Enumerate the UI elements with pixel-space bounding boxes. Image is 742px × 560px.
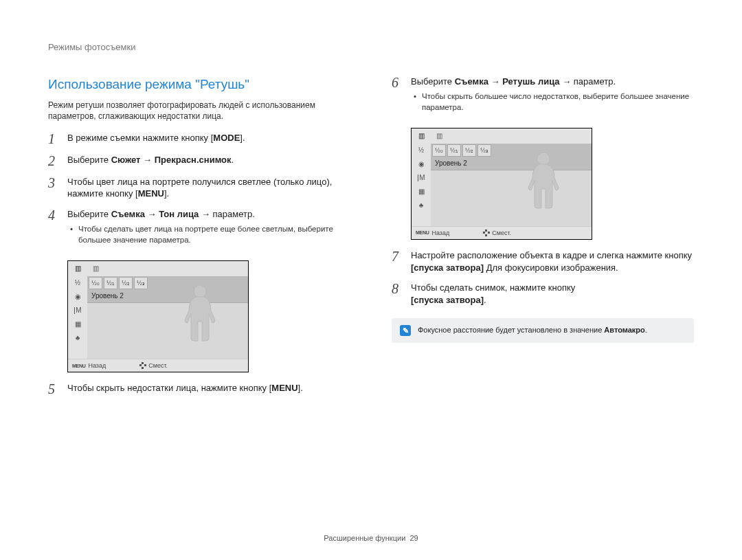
breadcrumb: Режимы фотосъемки (48, 41, 694, 54)
camera-body: ½ ◉ ǀM ▦ ♣ ½₀ ½₁ ½₂ ½₃ (68, 276, 248, 359)
top-icon: ▥ (436, 131, 442, 141)
camera-top-bar: ▥ ▥ (412, 128, 592, 144)
step-path: Сюжет → Прекрасн.снимок (111, 155, 232, 165)
step-6: 6 Выберите Съемка → Ретушь лица → параме… (392, 76, 694, 120)
step-path: Съемка → Ретушь лица (455, 76, 560, 87)
page-number: 29 (409, 534, 418, 542)
menu-button-label: MENU (271, 383, 297, 393)
step-number: 5 (48, 382, 60, 396)
page-title: Использование режима "Ретушь" (48, 76, 350, 93)
step-number: 6 (392, 76, 404, 89)
step-sublist: Чтобы сделать цвет лица на портрете еще … (70, 224, 350, 245)
step-text-pre: Чтобы цвет лица на портрете получился св… (67, 177, 332, 199)
step-text-pre: Чтобы сделать снимок, нажмите кнопку (411, 282, 575, 293)
footer-section: Расширенные функции (324, 534, 405, 542)
step-text: Выберите Съемка → Тон лица → параметр. Ч… (67, 208, 350, 253)
step-text-post: → параметр. (560, 76, 616, 87)
move-label: Смест. (492, 229, 511, 237)
side-icon: ♣ (412, 199, 431, 212)
top-icon: ▥ (93, 264, 99, 273)
step-number: 3 (48, 176, 60, 190)
camera-top-icons: ▥ (431, 128, 592, 144)
step-text: Выберите Съемка → Ретушь лица → параметр… (411, 76, 694, 120)
side-icon: ♣ (68, 331, 87, 345)
info-icon: ✎ (400, 325, 411, 336)
level-option-2: ½₂ (119, 277, 133, 289)
level-option-3: ½₃ (134, 277, 148, 289)
camera-footer: MENU Назад Смест. (68, 359, 248, 372)
step-text-pre: В режиме съемки нажмите кнопку [ (67, 133, 213, 143)
side-icon: ◉ (68, 290, 87, 304)
step-number: 1 (48, 132, 60, 146)
back-label: Назад (431, 229, 449, 237)
move-button: Смест. (484, 229, 511, 237)
step-text-post: → параметр. (199, 209, 255, 219)
camera-preview-area: ½₀ ½₁ ½₂ ½₃ Уровень 2 (87, 276, 248, 359)
page-footer: Расширенные функции 29 (0, 533, 742, 544)
step-text: Чтобы цвет лица на портрете получился св… (67, 176, 350, 200)
step-text: Чтобы скрыть недостатки лица, нажмите кн… (67, 382, 350, 394)
step-text-post: ]. (240, 133, 245, 143)
level-option-0: ½₀ (89, 277, 102, 289)
level-option-0: ½₀ (432, 144, 446, 157)
column-right: 6 Выберите Съемка → Ретушь лица → параме… (392, 76, 694, 405)
step-7: 7 Настройте расположение объекта в кадре… (392, 249, 694, 273)
back-button: MENU Назад (72, 361, 106, 370)
intro-text: Режим ретуши позволяет фотографировать л… (48, 100, 350, 122)
step-text-pre: Выберите (67, 155, 111, 165)
step-text-post: . (232, 155, 234, 165)
step-text: В режиме съемки нажмите кнопку [MODE]. (67, 132, 350, 144)
sub-item: Чтобы скрыть большее число недостатков, … (414, 91, 694, 113)
dpad-icon (484, 230, 489, 236)
step-text-pre: Настройте расположение объекта в кадре и… (411, 250, 692, 260)
side-icon: ◉ (412, 157, 431, 171)
step-number: 2 (48, 154, 60, 168)
step-number: 4 (48, 208, 60, 222)
step-path: Съемка → Тон лица (111, 209, 199, 219)
level-option-3: ½₃ (477, 144, 491, 157)
step-text-pre: Выберите (411, 76, 455, 87)
column-left: Использование режима "Ретушь" Режим рету… (48, 76, 350, 405)
step-text-pre: Выберите (67, 209, 111, 219)
move-button: Смест. (140, 361, 168, 370)
camera-top-icons: ▥ (87, 261, 248, 276)
camera-preview-ui: ▥ ▥ ½ ◉ ǀM ▦ ♣ (411, 128, 592, 240)
step-text: Чтобы сделать снимок, нажмите кнопку [сп… (411, 282, 694, 306)
note-pre: Фокусное расстояние будет установлено в … (418, 326, 604, 334)
camera-body: ½ ◉ ǀM ▦ ♣ ½₀ ½₁ ½₂ ½₃ (412, 144, 592, 226)
info-note: ✎ Фокусное расстояние будет установлено … (392, 318, 694, 343)
step-1: 1 В режиме съемки нажмите кнопку [MODE]. (48, 132, 350, 146)
step-text-post: ]. (298, 383, 303, 393)
camera-preview-ui: ▥ ▥ ½ ◉ ǀM ▦ ♣ (67, 260, 249, 372)
note-text: Фокусное расстояние будет установлено в … (418, 325, 647, 335)
note-strong: Автомакро (604, 326, 644, 334)
back-button: MENU Назад (416, 229, 449, 237)
menu-icon: MENU (72, 363, 85, 369)
move-label: Смест. (148, 361, 168, 370)
sub-item: Чтобы сделать цвет лица на портрете еще … (70, 224, 350, 245)
side-icon: ▦ (412, 185, 431, 199)
step-sublist: Чтобы скрыть большее число недостатков, … (414, 91, 694, 113)
side-icon: ǀM (68, 304, 87, 317)
note-post: . (645, 326, 647, 334)
mode-button-label: MODE (213, 133, 240, 143)
level-option-2: ½₂ (462, 144, 476, 157)
step-text-post: Для фокусировки изображения. (484, 262, 618, 273)
step-text: Выберите Сюжет → Прекрасн.снимок. (67, 154, 350, 166)
step-2: 2 Выберите Сюжет → Прекрасн.снимок. (48, 154, 350, 168)
step-5: 5 Чтобы скрыть недостатки лица, нажмите … (48, 382, 350, 396)
side-icon: ½ (68, 276, 87, 290)
dpad-icon (140, 363, 146, 368)
camera-preview-area: ½₀ ½₁ ½₂ ½₃ Уровень 2 (431, 144, 592, 226)
person-silhouette (519, 149, 568, 221)
side-icon: ▦ (68, 317, 87, 331)
content-columns: Использование режима "Ретушь" Режим рету… (48, 76, 694, 405)
step-text-post: ]. (164, 188, 169, 199)
camera-mode-icon: ▥ (412, 128, 431, 144)
shutter-label: [спуска затвора] (411, 262, 484, 273)
level-option-1: ½₁ (447, 144, 461, 157)
step-text-post: . (484, 295, 486, 305)
step-number: 7 (392, 249, 404, 263)
svg-point-0 (194, 285, 206, 298)
step-text-pre: Чтобы скрыть недостатки лица, нажмите кн… (67, 383, 271, 393)
